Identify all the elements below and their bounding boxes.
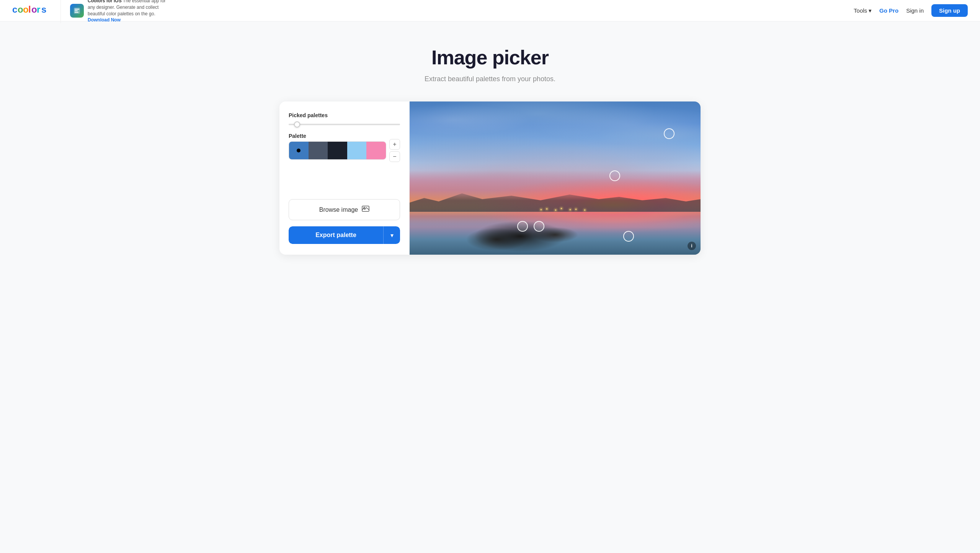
content-area: Picked palettes Palette [0, 101, 980, 285]
main-content: Image picker Extract beautiful palettes … [0, 0, 980, 553]
sign-in-button[interactable]: Sign in [906, 7, 924, 14]
image-panel[interactable]: i [410, 101, 701, 255]
browse-image-button[interactable]: Browse image [289, 199, 400, 220]
logo-area: c o o l o r s Coolors for iOS The es [12, 0, 172, 23]
svg-rect-10 [75, 12, 78, 13]
svg-text:o: o [18, 4, 23, 15]
palette-section: Palette + − [289, 133, 400, 162]
picker-circle-1[interactable] [609, 170, 620, 181]
sign-up-button[interactable]: Sign up [931, 4, 968, 17]
header-nav: Tools ▾ Go Pro Sign in Sign up [854, 4, 968, 17]
page-subtitle: Extract beautiful palettes from your pho… [0, 75, 980, 83]
city-lights [410, 207, 701, 212]
image-area[interactable]: i [410, 101, 701, 255]
app-promo-banner: Coolors for iOS The essential app for an… [60, 0, 172, 23]
picked-palettes-section: Picked palettes [289, 112, 400, 127]
app-name: Coolors for iOS [88, 0, 122, 3]
picker-circle-3[interactable] [534, 221, 544, 232]
svg-text:s: s [41, 4, 46, 15]
panel-container: Picked palettes Palette [279, 101, 701, 255]
chevron-down-icon: ▾ [390, 232, 394, 239]
info-badge[interactable]: i [688, 242, 696, 250]
left-panel: Picked palettes Palette [279, 101, 410, 255]
swatch-2[interactable] [309, 142, 328, 159]
svg-text:c: c [12, 4, 17, 15]
sunset-image[interactable]: i [410, 101, 701, 255]
export-palette-button[interactable]: Export palette [289, 226, 383, 244]
coolors-logo[interactable]: c o o l o r s [12, 4, 47, 17]
picked-palettes-label: Picked palettes [289, 112, 400, 118]
svg-text:r: r [37, 4, 40, 15]
svg-rect-8 [75, 9, 79, 10]
add-color-button[interactable]: + [389, 139, 400, 150]
picker-circle-2[interactable] [517, 221, 528, 232]
export-row: Export palette ▾ [289, 226, 400, 244]
palette-swatches [289, 141, 386, 160]
cloud-layer [410, 101, 701, 255]
header: c o o l o r s Coolors for iOS The es [0, 0, 980, 21]
svg-rect-9 [75, 10, 78, 11]
swatch-5[interactable] [366, 142, 386, 159]
slider-container [289, 120, 400, 127]
palette-row: + − [289, 139, 400, 162]
remove-color-button[interactable]: − [389, 151, 400, 162]
tools-label: Tools [854, 7, 867, 14]
swatch-4[interactable] [347, 142, 367, 159]
picker-circle-5[interactable] [664, 128, 675, 139]
svg-text:l: l [28, 4, 31, 15]
palette-controls: + − [389, 139, 400, 162]
app-icon [70, 4, 84, 18]
image-upload-icon [362, 205, 369, 214]
swatch-1[interactable] [289, 142, 309, 159]
swatch-3[interactable] [328, 142, 347, 159]
hero-section: Image picker Extract beautiful palettes … [0, 21, 980, 101]
picker-circle-4[interactable] [623, 231, 634, 242]
go-pro-button[interactable]: Go Pro [879, 7, 898, 14]
palette-label: Palette [289, 133, 400, 139]
browse-label: Browse image [319, 206, 358, 213]
svg-text:o: o [31, 4, 37, 15]
export-dropdown-button[interactable]: ▾ [383, 226, 400, 244]
svg-text:o: o [23, 4, 28, 15]
page-title: Image picker [0, 46, 980, 69]
tools-menu-button[interactable]: Tools ▾ [854, 7, 872, 14]
download-link[interactable]: Download Now [88, 17, 121, 23]
app-promo-text: Coolors for iOS The essential app for an… [88, 0, 172, 23]
chevron-down-icon: ▾ [869, 7, 872, 14]
swatch-dot-1 [297, 149, 301, 152]
palettes-slider[interactable] [289, 124, 400, 125]
